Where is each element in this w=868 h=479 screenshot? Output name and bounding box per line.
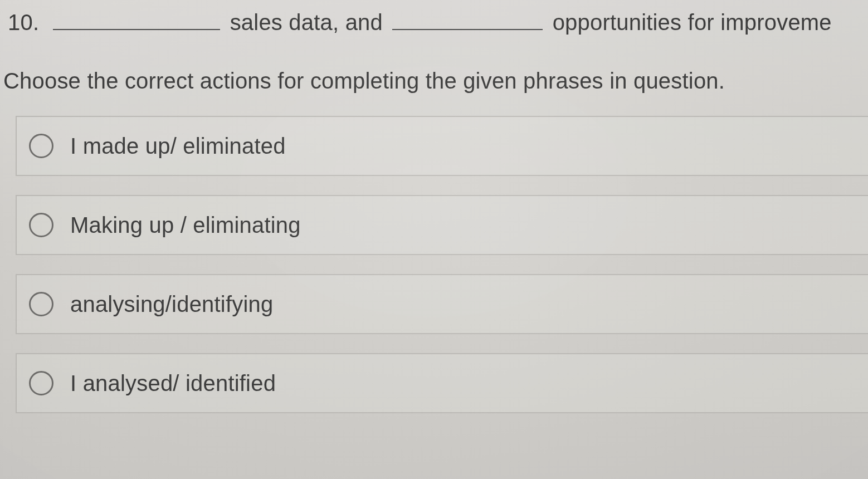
option-3[interactable]: analysing/identifying [16, 274, 868, 334]
blank-2 [392, 17, 543, 30]
radio-icon [29, 371, 53, 395]
question-stem: 10. sales data, and opportunities for im… [0, 10, 868, 35]
blank-1 [53, 17, 220, 30]
option-label: I analysed/ identified [70, 371, 276, 396]
radio-icon [29, 213, 53, 237]
option-2[interactable]: Making up / eliminating [16, 195, 868, 255]
question-segment-1: sales data, and [230, 10, 383, 35]
option-1[interactable]: I made up/ eliminated [16, 116, 868, 176]
quiz-page: 10. sales data, and opportunities for im… [0, 0, 868, 479]
radio-icon [29, 292, 53, 316]
option-label: I made up/ eliminated [70, 134, 286, 159]
option-4[interactable]: I analysed/ identified [16, 353, 868, 413]
options-group: I made up/ eliminated Making up / elimin… [0, 116, 868, 413]
radio-icon [29, 134, 53, 158]
question-number: 10. [8, 10, 43, 35]
instruction-text: Choose the correct actions for completin… [0, 69, 868, 94]
question-segment-2: opportunities for improveme [553, 10, 832, 35]
option-label: Making up / eliminating [70, 213, 301, 238]
option-label: analysing/identifying [70, 292, 273, 317]
